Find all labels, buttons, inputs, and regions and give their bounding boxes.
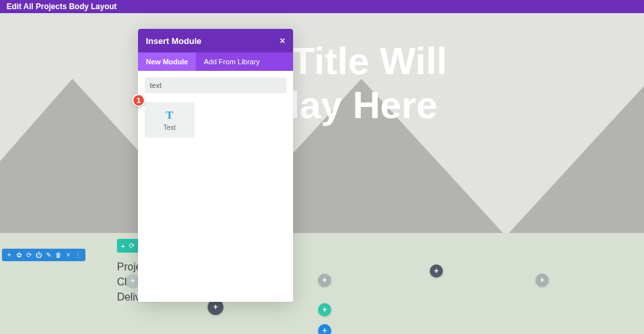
- top-bar-title: Edit All Projects Body Layout: [7, 2, 117, 11]
- text-module-icon: T: [166, 109, 173, 122]
- module-grid: T Text: [145, 102, 287, 138]
- hero-title: Your Title Will Display Here: [0, 39, 644, 127]
- plus-icon: +: [130, 276, 135, 285]
- add-icon[interactable]: +: [121, 242, 125, 250]
- plus-icon: +: [540, 276, 544, 285]
- module-search-input[interactable]: [145, 77, 287, 93]
- plus-icon: +: [322, 276, 327, 285]
- modal-tabs: New Module Add From Library: [138, 52, 293, 71]
- plus-icon: +: [322, 326, 327, 334]
- annotation-badge: 1: [132, 94, 145, 107]
- section-toolbar[interactable]: + ✿ ⟳ ⏻ ✎ 🗑 × ⋮: [2, 249, 85, 261]
- annotation-number: 1: [137, 96, 141, 104]
- close-icon[interactable]: ×: [65, 251, 72, 259]
- duplicate-icon[interactable]: ⟳: [26, 251, 32, 259]
- module-tile-text[interactable]: T Text: [145, 102, 195, 138]
- close-icon[interactable]: ×: [280, 35, 285, 46]
- add-column-button[interactable]: +: [536, 274, 549, 287]
- add-column-button[interactable]: +: [126, 274, 139, 287]
- settings-icon[interactable]: ✿: [16, 251, 22, 259]
- tab-new-module[interactable]: New Module: [138, 52, 196, 71]
- delete-icon[interactable]: 🗑: [55, 251, 62, 259]
- modal-header: Insert Module ×: [138, 29, 293, 52]
- edit-icon[interactable]: ✎: [45, 251, 52, 259]
- top-edit-bar: Edit All Projects Body Layout: [0, 0, 644, 13]
- plus-icon: +: [213, 303, 218, 312]
- add-icon[interactable]: +: [6, 251, 12, 259]
- duplicate-icon[interactable]: ⟳: [129, 241, 135, 250]
- add-row-button[interactable]: +: [318, 303, 331, 316]
- plus-icon: +: [322, 305, 327, 314]
- module-tile-label: Text: [164, 124, 175, 131]
- hero-section: Your Title Will Display Here: [0, 13, 644, 233]
- plus-icon: +: [434, 266, 438, 276]
- modal-body: T Text: [138, 71, 293, 302]
- power-icon[interactable]: ⏻: [35, 251, 42, 259]
- add-section-button[interactable]: +: [318, 324, 331, 334]
- row-toolbar[interactable]: + ⟳: [117, 239, 139, 253]
- tab-add-from-library[interactable]: Add From Library: [196, 52, 267, 71]
- modal-title: Insert Module: [146, 36, 202, 46]
- add-column-button[interactable]: +: [318, 274, 331, 287]
- more-icon[interactable]: ⋮: [75, 251, 81, 259]
- add-module-button[interactable]: +: [430, 264, 443, 278]
- insert-module-modal: Insert Module × New Module Add From Libr…: [138, 29, 293, 302]
